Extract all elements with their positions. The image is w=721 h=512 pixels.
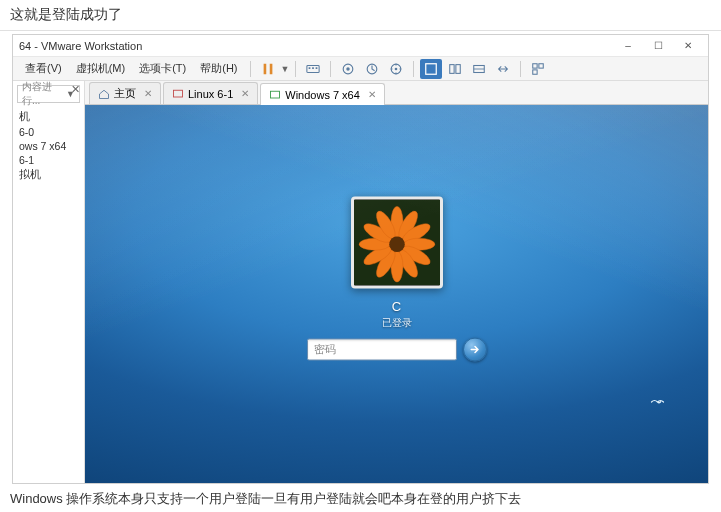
svg-point-22: [390, 206, 402, 237]
svg-rect-1: [269, 63, 272, 74]
svg-point-33: [372, 208, 398, 241]
send-keys-icon[interactable]: [302, 59, 324, 79]
minimize-button[interactable]: –: [614, 38, 642, 54]
svg-point-34: [389, 236, 404, 251]
tab-home[interactable]: 主页 ✕: [89, 82, 161, 104]
fullscreen-icon[interactable]: [420, 59, 442, 79]
vmware-window: 64 - VMware Workstation – ☐ ✕ 查看(V) 虚拟机(…: [12, 34, 709, 484]
password-placeholder: 密码: [314, 342, 336, 357]
menu-vm[interactable]: 虚拟机(M): [70, 59, 132, 78]
tabstrip: 主页 ✕ Linux 6-1 ✕ Windows 7 x64 ✕: [85, 81, 708, 105]
sidebar-item[interactable]: 拟机: [17, 167, 80, 183]
svg-point-10: [395, 67, 398, 70]
tab-label: Linux 6-1: [188, 88, 233, 100]
doc-caption-top: 这就是登陆成功了: [0, 0, 721, 31]
sidebar-item[interactable]: 6-0: [17, 125, 80, 139]
unity-icon[interactable]: [444, 59, 466, 79]
window-title: 64 - VMware Workstation: [19, 40, 142, 52]
tab-close-icon[interactable]: ✕: [368, 89, 376, 100]
arrow-right-icon: [469, 343, 481, 355]
svg-rect-15: [533, 63, 537, 67]
login-panel: C 已登录 密码: [307, 196, 487, 361]
sidebar-item[interactable]: 机: [17, 109, 80, 125]
tab-label: Windows 7 x64: [285, 89, 360, 101]
svg-rect-3: [309, 67, 311, 69]
tab-linux[interactable]: Linux 6-1 ✕: [163, 82, 258, 104]
svg-rect-5: [316, 67, 318, 69]
tab-close-icon[interactable]: ✕: [144, 88, 152, 99]
vm-console[interactable]: C 已登录 密码: [85, 105, 708, 483]
svg-rect-13: [456, 64, 460, 73]
svg-point-28: [390, 251, 402, 282]
sidebar-close-icon[interactable]: ✕: [71, 83, 80, 96]
svg-point-23: [395, 208, 421, 241]
flower-icon: [354, 199, 440, 285]
vm-icon: [172, 88, 184, 100]
menu-help[interactable]: 帮助(H): [194, 59, 243, 78]
svg-point-26: [399, 242, 432, 268]
tab-close-icon[interactable]: ✕: [241, 88, 249, 99]
tab-windows7[interactable]: Windows 7 x64 ✕: [260, 83, 385, 105]
password-input[interactable]: 密码: [307, 338, 457, 360]
svg-point-21: [388, 235, 405, 252]
menu-tabs[interactable]: 选项卡(T): [133, 59, 192, 78]
stretch-icon[interactable]: [492, 59, 514, 79]
login-submit-button[interactable]: [463, 337, 487, 361]
svg-rect-11: [426, 63, 437, 74]
tab-label: 主页: [114, 86, 136, 101]
console-view-icon[interactable]: [468, 59, 490, 79]
svg-rect-20: [354, 199, 440, 285]
svg-rect-16: [539, 63, 543, 67]
svg-point-24: [399, 220, 432, 246]
thumbnail-icon[interactable]: [527, 59, 549, 79]
svg-point-7: [347, 67, 351, 71]
library-sidebar: ✕ 内容进行... ▼ 机 6-0 ows 7 x64 6-1 拟机: [13, 81, 85, 483]
svg-point-27: [395, 247, 421, 280]
manage-snapshot-icon[interactable]: [385, 59, 407, 79]
snapshot-icon[interactable]: [337, 59, 359, 79]
menubar: 查看(V) 虚拟机(M) 选项卡(T) 帮助(H) ▼: [13, 57, 708, 81]
doc-caption-bottom: Windows 操作系统本身只支持一个用户登陆一旦有用户登陆就会吧本身在登的用户…: [10, 490, 521, 508]
svg-rect-17: [533, 69, 537, 73]
svg-rect-0: [263, 63, 266, 74]
chevron-down-icon[interactable]: ▼: [281, 64, 290, 74]
login-status-label: 已登录: [382, 315, 412, 329]
sidebar-item[interactable]: 6-1: [17, 153, 80, 167]
user-avatar[interactable]: [351, 196, 443, 288]
home-icon: [98, 88, 110, 100]
svg-rect-18: [174, 90, 183, 97]
svg-point-30: [361, 242, 394, 268]
pause-icon[interactable]: [257, 59, 279, 79]
sidebar-search-placeholder: 内容进行...: [22, 80, 66, 108]
svg-point-29: [372, 247, 398, 280]
svg-point-31: [359, 238, 390, 250]
svg-rect-12: [450, 64, 454, 73]
svg-rect-19: [271, 91, 280, 98]
vm-icon: [269, 89, 281, 101]
bird-decoration: [650, 395, 668, 409]
svg-point-25: [403, 238, 434, 250]
sidebar-item[interactable]: ows 7 x64: [17, 139, 80, 153]
username-label: C: [392, 298, 401, 313]
maximize-button[interactable]: ☐: [644, 38, 672, 54]
close-button[interactable]: ✕: [674, 38, 702, 54]
svg-point-32: [361, 220, 394, 246]
revert-icon[interactable]: [361, 59, 383, 79]
titlebar[interactable]: 64 - VMware Workstation – ☐ ✕: [13, 35, 708, 57]
menu-view[interactable]: 查看(V): [19, 59, 68, 78]
svg-rect-4: [313, 67, 315, 69]
